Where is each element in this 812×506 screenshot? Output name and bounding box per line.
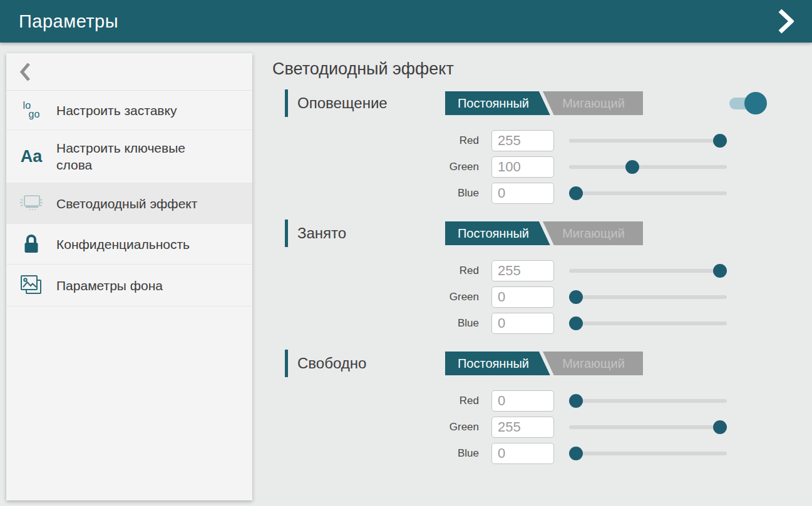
section-name: Оповещение [297,94,433,112]
channel-row-red: Red [435,259,812,283]
sidebar-item-label: Настроить заставку [56,102,177,119]
logo-icon: logo [18,101,45,119]
channel-label: Blue [435,447,491,460]
channel-row-green: Green [435,285,812,309]
channel-value-input[interactable] [491,156,554,178]
slider-track [569,321,727,325]
background-icon [18,274,45,296]
channel-label: Blue [435,187,491,200]
section-accent-bar [285,89,288,117]
channel-label: Red [435,265,491,277]
mode-toggle: Мигающий Постоянный [445,91,643,115]
channel-row-red: Red [435,129,812,153]
forward-button[interactable] [773,6,798,36]
section-free: Свободно Мигающий Постоянный Red [272,349,812,465]
section-busy: Занято Мигающий Постоянный Red [272,219,812,335]
channel-row-blue: Blue [435,311,812,335]
channel-slider[interactable] [569,316,727,331]
mode-option-constant[interactable]: Постоянный [445,91,552,115]
channel-value-input[interactable] [491,260,554,281]
channel-row-red: Red [435,389,812,413]
page-title: Светодиодный эффект [272,59,812,79]
section-accent-bar [285,350,288,377]
slider-thumb[interactable] [713,134,727,148]
sidebar-item-label: Параметры фона [56,277,163,294]
channel-slider[interactable] [569,290,727,305]
channel-slider[interactable] [569,393,727,408]
slider-track [569,139,727,143]
channel-value-input[interactable] [491,390,554,412]
app-title: Параметры [19,11,118,32]
chevron-left-icon [20,63,31,81]
slider-track [569,425,727,429]
slider-thumb[interactable] [569,394,583,408]
channel-label: Green [435,161,491,173]
mode-option-blinking[interactable]: Мигающий [544,352,643,375]
channel-slider[interactable] [569,263,727,278]
main-content: Светодиодный эффект Оповещение Мигающий … [272,59,812,479]
channel-label: Red [435,134,491,147]
channel-value-input[interactable] [491,286,554,308]
mode-toggle: Мигающий Постоянный [445,221,643,245]
slider-thumb[interactable] [569,447,583,460]
section-name: Занято [297,225,433,242]
keywords-icon: Aa [18,148,45,165]
sidebar-item-keywords[interactable]: Aa Настроить ключевые слова [6,130,252,183]
mode-option-constant[interactable]: Постоянный [445,352,552,375]
chevron-right-icon [778,8,794,34]
sidebar-item-background[interactable]: Параметры фона [6,265,252,306]
section-notification: Оповещение Мигающий Постоянный Red [272,89,812,205]
sidebar-item-privacy[interactable]: Конфиденциальность [6,224,252,265]
lock-icon [18,233,45,255]
channel-slider[interactable] [569,420,727,435]
sidebar: logo Настроить заставку Aa Настроить клю… [6,53,252,500]
back-button[interactable] [6,53,252,91]
slider-track [569,191,727,195]
section-accent-bar [285,220,288,247]
slider-track [569,269,727,273]
slider-thumb[interactable] [713,420,727,434]
mode-toggle: Мигающий Постоянный [445,352,643,375]
sidebar-item-label: Светодиодный эффект [56,195,197,212]
channel-value-input[interactable] [491,183,554,204]
channel-label: Green [435,291,491,303]
slider-thumb[interactable] [713,264,727,278]
mode-option-constant[interactable]: Постоянный [445,221,552,245]
channel-slider[interactable] [569,159,727,175]
channel-label: Blue [435,317,491,330]
channel-label: Green [435,421,491,433]
slider-thumb[interactable] [569,290,583,304]
slider-thumb[interactable] [569,316,583,330]
channel-row-blue: Blue [435,181,812,205]
channel-value-input[interactable] [491,130,554,151]
channel-label: Red [435,395,491,407]
mode-option-blinking[interactable]: Мигающий [544,221,643,245]
channel-value-input[interactable] [491,417,554,438]
channel-row-green: Green [435,415,812,439]
slider-track [569,399,727,403]
sidebar-item-label: Конфиденциальность [56,236,190,253]
slider-thumb[interactable] [625,160,639,174]
slider-track [569,165,727,169]
channel-row-green: Green [435,155,812,179]
channel-slider[interactable] [569,186,727,201]
sidebar-item-led-effect[interactable]: Светодиодный эффект [6,183,252,224]
slider-track [569,452,727,455]
appbar: Параметры [0,0,812,43]
slider-track [569,295,727,299]
channel-value-input[interactable] [491,443,554,464]
sidebar-item-label: Настроить ключевые слова [56,139,210,173]
channel-slider[interactable] [569,133,727,148]
slider-thumb[interactable] [569,186,583,200]
mode-option-blinking[interactable]: Мигающий [544,91,643,115]
switch-knob [744,92,767,114]
sidebar-item-splash-screen[interactable]: logo Настроить заставку [6,91,252,130]
notification-switch[interactable] [729,92,767,114]
channel-value-input[interactable] [491,313,554,334]
channel-slider[interactable] [569,446,727,461]
led-effect-icon [18,193,45,214]
section-name: Свободно [297,355,433,372]
channel-row-blue: Blue [435,442,812,465]
